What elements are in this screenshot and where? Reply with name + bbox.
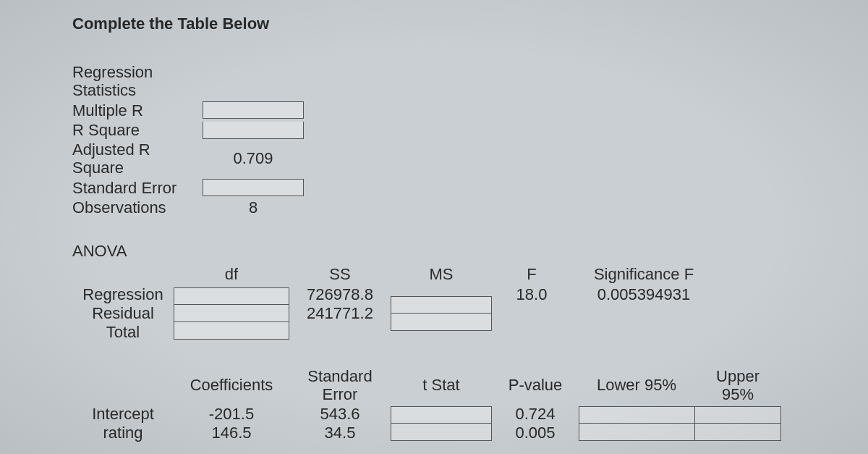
- anova-ms-inputs: [391, 296, 492, 331]
- worksheet-page: Complete the Table Below Regression Stat…: [0, 0, 868, 454]
- coef-hd-upper95: Upper 95%: [694, 366, 781, 404]
- anova-ss-regression: 726978.8: [289, 285, 391, 304]
- coef-lower95-inputs: [579, 406, 694, 441]
- anova-title: ANOVA: [72, 242, 796, 261]
- anova-ms-regression-input[interactable]: [391, 296, 492, 314]
- anova-hd-df: df: [174, 264, 289, 285]
- coef-hd-lower95: Lower 95%: [579, 375, 694, 395]
- coef-upper95-inputs: [694, 406, 781, 441]
- coef-intercept-tstat-input[interactable]: [391, 406, 492, 424]
- coef-rating-upper95-input[interactable]: [694, 424, 781, 441]
- coef-hd-pvalue: P-value: [492, 375, 579, 395]
- regstats-heading-2: Statistics: [72, 81, 136, 99]
- multiple-r-input[interactable]: [203, 101, 304, 119]
- anova-hd-sigf: Significance F: [571, 264, 716, 285]
- coef-hd-coefficients: Coefficients: [174, 375, 289, 395]
- anova-hd-ms: MS: [391, 264, 492, 285]
- coef-rating-stderr: 34.5: [289, 424, 391, 442]
- anova-hd-ss: SS: [289, 264, 391, 285]
- coef-rating-lower95-input[interactable]: [579, 424, 694, 441]
- coef-intercept-pvalue: 0.724: [492, 405, 579, 424]
- coef-hd-stderr: Standard Error: [289, 366, 391, 404]
- anova-df-residual-input[interactable]: [174, 305, 289, 322]
- observations-label: Observations: [72, 198, 203, 217]
- anova-df-regression-input[interactable]: [174, 287, 289, 305]
- adj-r-square-value: 0.709: [203, 149, 304, 168]
- coef-intercept-lower95-input[interactable]: [579, 406, 694, 424]
- coef-intercept-coef: -201.5: [174, 405, 289, 424]
- anova-df-inputs: [174, 287, 289, 340]
- observations-value: 8: [203, 198, 304, 217]
- anova-f-regression: 18.0: [492, 285, 571, 304]
- anova-table: df SS MS F Significance F Regression Res…: [72, 264, 796, 342]
- regstats-heading: Regression Statistics: [72, 62, 203, 101]
- coef-rating-label: rating: [72, 424, 174, 442]
- coef-intercept-upper95-input[interactable]: [694, 406, 781, 424]
- anova-ss-residual: 241771.2: [289, 304, 391, 323]
- anova-ms-residual-input[interactable]: [391, 314, 492, 331]
- adj-r-square-label: Adjusted R Square: [72, 140, 203, 178]
- anova-residual-label: Residual: [72, 304, 174, 323]
- multiple-r-label: Multiple R: [72, 101, 203, 120]
- page-title: Complete the Table Below: [72, 14, 796, 33]
- coef-intercept-stderr: 543.6: [289, 405, 391, 424]
- coef-rating-coef: 146.5: [174, 424, 289, 442]
- anova-sigf-regression: 0.005394931: [571, 285, 716, 304]
- anova-total-label: Total: [72, 323, 174, 342]
- std-error-input[interactable]: [203, 179, 304, 196]
- regression-statistics-block: Regression Statistics Multiple R R Squar…: [72, 62, 796, 217]
- coef-tstat-inputs: [391, 406, 492, 441]
- r-square-label: R Square: [72, 120, 203, 140]
- coef-rating-pvalue: 0.005: [492, 424, 579, 442]
- coef-rating-tstat-input[interactable]: [391, 424, 492, 441]
- coef-intercept-label: Intercept: [72, 405, 174, 424]
- anova-df-total-input[interactable]: [174, 322, 289, 340]
- regstats-heading-1: Regression: [72, 63, 153, 81]
- coefficients-table: Coefficients Standard Error t Stat P-val…: [72, 366, 796, 442]
- coef-hd-tstat: t Stat: [391, 375, 492, 395]
- anova-regression-label: Regression: [72, 285, 174, 304]
- r-square-input[interactable]: [203, 122, 304, 139]
- anova-hd-f: F: [492, 264, 571, 285]
- std-error-label: Standard Error: [72, 178, 203, 198]
